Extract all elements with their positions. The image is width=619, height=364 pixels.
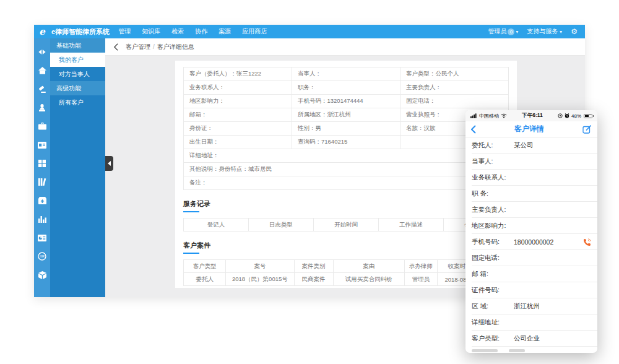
field-label: 职 务: xyxy=(472,189,514,198)
report-icon[interactable] xyxy=(34,228,50,247)
gear-icon[interactable]: ⚙ xyxy=(571,27,578,36)
field-value: 某公司 xyxy=(514,141,591,150)
field-label: 主要负责人: xyxy=(472,206,514,214)
column-header: 案号 xyxy=(226,260,294,273)
app-title: e律师智能律所系统 xyxy=(51,27,110,37)
back-button[interactable] xyxy=(114,43,118,51)
field-label: 当事人: xyxy=(472,157,514,166)
column-header: 开始时间 xyxy=(314,219,379,232)
signal-bars-icon xyxy=(470,113,477,118)
top-nav: 管理 知识库 检索 协作 案源 应用商店 xyxy=(118,27,267,36)
phone-call-icon[interactable] xyxy=(583,238,591,246)
table-row: 客户（委托人）：张三1222 当事人： 客户类型：公民个人 xyxy=(184,67,509,81)
service-records-table: 登记人 日志类型 开始时间 工作描述 公开状态 xyxy=(183,218,509,232)
list-item[interactable]: 固定电话: xyxy=(465,250,597,266)
library-icon[interactable] xyxy=(34,173,50,191)
phone-nav-bar: 客户详情 xyxy=(465,121,597,137)
cube-icon[interactable] xyxy=(34,266,50,284)
case-cell: 委托人 xyxy=(184,273,226,286)
breadcrumb-parent[interactable]: 客户管理 xyxy=(126,43,150,51)
list-item-mobile-number[interactable]: 手机号码: 18000000002 xyxy=(465,234,597,250)
detail-cell: 业务联系人： xyxy=(184,81,292,95)
user-badge: 0 xyxy=(508,28,514,35)
detail-cell: 手机号码：13201474444 xyxy=(292,95,400,108)
list-item[interactable]: 职 务: xyxy=(465,186,597,202)
gavel-icon[interactable] xyxy=(34,80,50,98)
edit-icon[interactable] xyxy=(582,124,592,134)
nav-item-manage[interactable]: 管理 xyxy=(118,27,131,36)
chevron-left-icon xyxy=(108,161,111,166)
nav-item-cases[interactable]: 案源 xyxy=(219,27,231,36)
column-header: 登记人 xyxy=(184,219,249,232)
wifi-icon xyxy=(501,113,507,118)
case-cell: 民商案件 xyxy=(294,273,333,286)
column-header: 案件类别 xyxy=(294,260,333,273)
case-cell: 试用买卖合同纠纷 xyxy=(333,273,405,286)
sidebar-icon-strip: HR xyxy=(34,38,50,297)
list-item[interactable]: 证件号码: xyxy=(465,282,597,298)
stamp-icon[interactable] xyxy=(34,98,50,117)
id-card-icon[interactable] xyxy=(34,136,50,154)
sidebar-item-opposing-party[interactable]: 对方当事人 xyxy=(50,67,105,81)
list-item[interactable]: 详细地址: xyxy=(465,314,597,331)
logo-e-icon: e xyxy=(39,26,45,37)
app-logo[interactable]: e xyxy=(34,26,50,37)
sidebar-menu: 基础功能 我的客户 对方当事人 高级功能 所有客户 xyxy=(50,38,105,297)
phone-page-title: 客户详情 xyxy=(476,124,582,134)
detail-cell: 查询码：71640215 xyxy=(292,136,400,149)
back-chevron-icon[interactable] xyxy=(471,125,476,134)
column-header: 工作描述 xyxy=(379,219,444,232)
detail-cell: 性别：男 xyxy=(292,122,400,136)
table-row: 业务联系人： 职务： 主要负责人： xyxy=(184,81,509,95)
list-item[interactable]: 区 域: 浙江杭州 xyxy=(465,298,597,314)
field-label: 详细地址: xyxy=(472,318,514,327)
list-item-partial xyxy=(465,347,597,353)
page: e e律师智能律所系统 管理 知识库 检索 协作 案源 应用商店 管理员0▾ 支… xyxy=(0,0,619,364)
briefcase-icon[interactable] xyxy=(34,117,50,136)
phone-status-bar: 中国移动 下午6:11 48% xyxy=(465,110,597,121)
clock-label: 下午6:11 xyxy=(507,112,558,119)
customer-cases-title: 客户案件 xyxy=(183,241,210,250)
archive-up-icon[interactable] xyxy=(34,191,50,210)
detail-cell-remark: 备注： xyxy=(184,176,509,190)
svg-text:HR: HR xyxy=(40,254,45,258)
field-label: 业务联系人: xyxy=(472,173,514,182)
field-value: 公司企业 xyxy=(514,334,591,343)
list-item[interactable]: 客户类型: 公司企业 xyxy=(465,331,597,347)
breadcrumb-current: 客户详细信息 xyxy=(157,43,194,51)
sidebar-item-my-customers[interactable]: 我的客户 xyxy=(50,53,105,67)
list-item[interactable]: 委托人: 某公司 xyxy=(465,137,597,154)
nav-item-knowledge[interactable]: 知识库 xyxy=(142,27,160,36)
title-underline xyxy=(183,253,199,254)
list-item[interactable]: 主要负责人: xyxy=(465,202,597,218)
chevron-left-icon xyxy=(114,43,118,51)
list-item[interactable]: 邮 箱: xyxy=(465,266,597,282)
nav-item-appstore[interactable]: 应用商店 xyxy=(242,27,267,36)
battery-icon xyxy=(584,114,592,118)
column-header: 日志类型 xyxy=(249,219,314,232)
sidebar-collapse-handle[interactable] xyxy=(105,156,113,171)
home-icon[interactable] xyxy=(34,61,50,80)
phone-field-list: 委托人: 某公司 当事人: 业务联系人: 职 务: 主要负责人: 地区影响力: xyxy=(465,137,597,353)
table-row: 地区影响力： 手机号码：13201474444 固定电话： xyxy=(184,95,509,108)
sidebar-item-all-customers[interactable]: 所有客户 xyxy=(50,95,105,110)
nav-item-search[interactable]: 检索 xyxy=(171,27,184,36)
hr-icon[interactable]: HR xyxy=(34,247,50,266)
support-menu[interactable]: 支持与服务 ▾ xyxy=(527,27,562,36)
list-item[interactable]: 当事人: xyxy=(465,154,597,170)
detail-cell: 身份证： xyxy=(184,122,292,136)
field-label: 地区影响力: xyxy=(472,222,514,230)
list-item[interactable]: 业务联系人: xyxy=(465,170,597,186)
detail-cell: 当事人： xyxy=(292,67,400,81)
orientation-lock-icon xyxy=(558,113,563,118)
nav-item-collab[interactable]: 协作 xyxy=(195,27,207,36)
grid-icon[interactable] xyxy=(34,154,50,173)
list-item[interactable]: 地区影响力: xyxy=(465,218,597,234)
table-row[interactable]: 委托人 2018（民）第0015号 民商案件 试用买卖合同纠纷 管理员 2018… xyxy=(184,273,509,286)
carrier-label: 中国移动 xyxy=(479,113,499,119)
sidebar-header-basic: 基础功能 xyxy=(50,38,105,53)
detail-cell-other-notes: 其他说明：身份特点：城市居民 xyxy=(184,163,509,176)
bar-chart-icon[interactable] xyxy=(34,210,50,228)
collapse-icon[interactable] xyxy=(34,43,50,61)
user-menu[interactable]: 管理员0▾ xyxy=(488,27,518,36)
